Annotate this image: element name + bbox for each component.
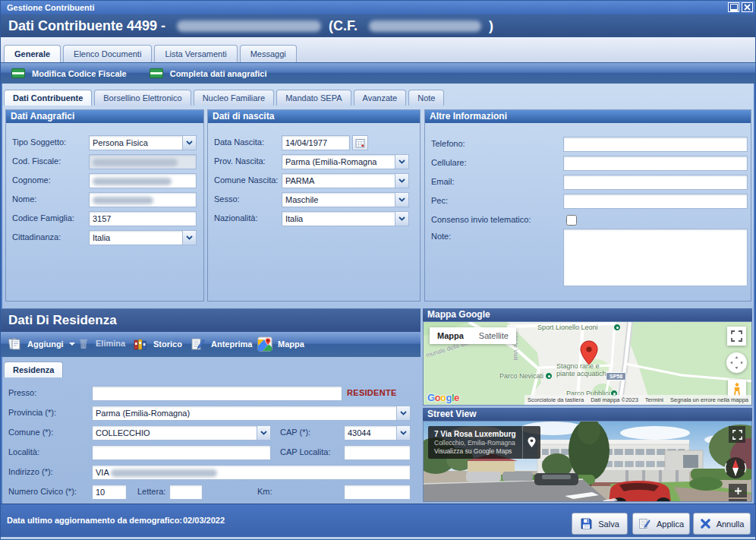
tab-borsellino-elettronico[interactable]: Borsellino Elettronico bbox=[94, 90, 191, 106]
chevron-down-icon[interactable] bbox=[182, 231, 196, 245]
calendar-button[interactable] bbox=[352, 135, 368, 150]
chevron-down-icon[interactable] bbox=[395, 193, 408, 207]
data-nascita-field[interactable] bbox=[282, 135, 350, 150]
redacted-value bbox=[93, 159, 178, 166]
presso-field[interactable] bbox=[92, 386, 342, 401]
tipo-soggetto-value: Persona Fisica bbox=[90, 136, 182, 150]
annulla-button[interactable]: Annulla bbox=[693, 513, 751, 535]
streetview-address: 7 Via Rosa Luxemburg bbox=[434, 430, 516, 438]
chevron-down-icon[interactable] bbox=[257, 426, 270, 440]
residenza-section-title: Dati Di Residenza bbox=[1, 308, 421, 332]
storico-label: Storico bbox=[153, 339, 182, 349]
chevron-down-icon[interactable] bbox=[395, 212, 408, 226]
keyboard-shortcuts-link[interactable]: Scorciatoie da tastiera bbox=[528, 396, 584, 403]
streetview-zoom-out-button[interactable] bbox=[729, 499, 747, 502]
fiscal-card-icon bbox=[150, 68, 163, 78]
tab-messaggi[interactable]: Messaggi bbox=[240, 45, 297, 62]
pan-arrows-icon bbox=[729, 355, 745, 371]
report-error-link[interactable]: Segnala un errore nella mappa bbox=[670, 396, 748, 403]
sesso-label: Sesso: bbox=[214, 194, 240, 204]
streetview-maps-link[interactable]: Visualizza su Google Maps bbox=[434, 447, 516, 455]
numero-civico-field[interactable] bbox=[92, 485, 127, 500]
cittadinanza-combo[interactable]: Italia bbox=[89, 230, 197, 245]
map-type-control: Mappa Satellite bbox=[430, 327, 516, 344]
park-poi-icon[interactable] bbox=[545, 372, 553, 380]
telefono-field[interactable] bbox=[563, 137, 748, 152]
map-fullscreen-button[interactable] bbox=[727, 327, 746, 346]
email-field[interactable] bbox=[563, 175, 748, 190]
map-attribution: Scorciatoie da tastiera Dati mappa ©2023… bbox=[524, 395, 751, 405]
cap-localita-field[interactable] bbox=[344, 445, 411, 460]
close-icon bbox=[744, 4, 751, 11]
salva-button[interactable]: Salva bbox=[572, 513, 628, 535]
chevron-down-icon[interactable] bbox=[182, 136, 196, 150]
provincia-combo[interactable]: Parma (Emilia-Romagna) bbox=[92, 406, 411, 421]
cellulare-field[interactable] bbox=[563, 156, 748, 171]
map-pan-control[interactable] bbox=[726, 352, 747, 373]
anteprima-button[interactable]: Anteprima bbox=[191, 336, 252, 352]
map-type-satellite-button[interactable]: Satellite bbox=[471, 327, 516, 344]
aggiungi-button[interactable]: Aggiungi bbox=[7, 336, 75, 352]
note-textarea[interactable] bbox=[563, 229, 748, 286]
indirizzo-field[interactable]: VIA bbox=[92, 465, 411, 480]
park-poi-icon[interactable] bbox=[613, 324, 621, 331]
sesso-combo[interactable]: Maschile bbox=[282, 192, 409, 207]
trash-icon bbox=[77, 336, 90, 350]
nazionalita-combo[interactable]: Italia bbox=[282, 211, 409, 226]
cap-combo[interactable]: 43044 bbox=[344, 425, 411, 441]
terms-link[interactable]: Termini bbox=[645, 396, 663, 403]
completa-dati-anagrafici-button[interactable]: Completa dati anagrafici bbox=[150, 68, 267, 78]
codice-famiglia-label: Codice Famiglia: bbox=[12, 213, 74, 223]
page-title-prefix: Dati Contribuente 4499 - bbox=[8, 18, 169, 34]
cognome-field[interactable] bbox=[89, 173, 197, 188]
tab-avanzate[interactable]: Avanzate bbox=[354, 90, 407, 106]
email-label: Email: bbox=[431, 177, 455, 186]
restore-button[interactable] bbox=[728, 2, 739, 12]
comune-combo[interactable]: COLLECCHIO bbox=[92, 425, 271, 441]
streetview-compass[interactable] bbox=[723, 455, 748, 481]
streetview-fullscreen-button[interactable] bbox=[729, 426, 745, 443]
street-view[interactable]: 7 Via Rosa Luxemburg Collecchio, Emilia-… bbox=[423, 421, 752, 502]
streetview-zoom-in-button[interactable] bbox=[729, 484, 747, 497]
tab-residenza[interactable]: Residenza bbox=[4, 362, 63, 377]
tab-generale[interactable]: Generale bbox=[4, 45, 61, 62]
codice-famiglia-field[interactable] bbox=[89, 211, 197, 226]
tab-elenco-documenti[interactable]: Elenco Documenti bbox=[63, 45, 152, 62]
presso-label: Presso: bbox=[8, 388, 36, 397]
mappa-button[interactable]: Mappa bbox=[257, 336, 304, 352]
prov-nascita-combo[interactable]: Parma (Emilia-Romagna bbox=[282, 154, 409, 169]
tab-lista-versamenti[interactable]: Lista Versamenti bbox=[154, 45, 237, 62]
chevron-down-icon[interactable] bbox=[395, 174, 408, 188]
cap-localita-label: CAP Localita: bbox=[280, 447, 330, 456]
applica-button[interactable]: Applica bbox=[632, 513, 690, 535]
pec-field[interactable] bbox=[563, 194, 748, 209]
tab-dati-contribuente[interactable]: Dati Contribuente bbox=[4, 90, 92, 106]
google-map[interactable]: Sport Lionello Leoni Parco Nevicati Stag… bbox=[423, 321, 752, 406]
lettera-field[interactable] bbox=[169, 485, 203, 500]
provincia-value: Parma (Emilia-Romagna) bbox=[93, 406, 396, 420]
close-button[interactable] bbox=[742, 2, 753, 12]
main-tab-strip: Generale Elenco Documenti Lista Versamen… bbox=[1, 37, 756, 62]
prov-nascita-value: Parma (Emilia-Romagna bbox=[282, 155, 395, 169]
chevron-down-icon[interactable] bbox=[396, 426, 410, 440]
tab-note[interactable]: Note bbox=[408, 90, 444, 106]
note-label: Note: bbox=[431, 232, 451, 241]
tab-mandato-sepa[interactable]: Mandato SEPA bbox=[276, 90, 351, 106]
chevron-down-icon[interactable] bbox=[395, 155, 408, 169]
elimina-button[interactable]: Elimina bbox=[77, 336, 125, 350]
nome-field[interactable] bbox=[89, 192, 197, 207]
km-field[interactable] bbox=[344, 485, 411, 500]
tipo-soggetto-combo[interactable]: Persona Fisica bbox=[89, 135, 197, 150]
comune-nascita-combo[interactable]: PARMA bbox=[282, 173, 409, 188]
streetview-pin-button[interactable] bbox=[522, 426, 540, 459]
map-type-mappa-button[interactable]: Mappa bbox=[430, 327, 471, 344]
localita-field[interactable] bbox=[92, 445, 271, 460]
group-title: Dati di nascita bbox=[208, 110, 420, 123]
sesso-value: Maschile bbox=[282, 193, 395, 207]
consenso-checkbox[interactable] bbox=[566, 215, 577, 226]
chevron-down-icon[interactable] bbox=[396, 406, 410, 420]
storico-button[interactable]: Storico bbox=[133, 336, 182, 352]
calendar-icon bbox=[355, 138, 365, 148]
tab-nucleo-familiare[interactable]: Nucleo Familiare bbox=[194, 90, 275, 106]
modifica-codice-fiscale-button[interactable]: Modifica Codice Fiscale bbox=[11, 68, 127, 78]
